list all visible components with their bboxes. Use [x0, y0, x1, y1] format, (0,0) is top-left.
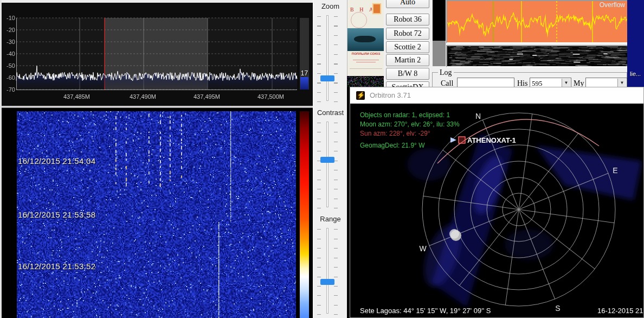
- slider-ticks: [317, 229, 321, 315]
- orbitron-datetime: 16-12-2015 21:54: [597, 307, 643, 315]
- satellite-flame-glyph: ⚡: [357, 92, 365, 99]
- compass-e: E: [613, 166, 617, 175]
- geomag-info: GeomagDecl: 21.9° W: [360, 142, 425, 149]
- qsl-card-image: В Н А ПОПЛЫЛИ СОЮЗ: [347, 0, 384, 76]
- orbitron-app-icon: ⚡: [356, 91, 365, 100]
- mode-button-martin2[interactable]: Martin 2: [386, 54, 429, 66]
- zoom-slider-thumb[interactable]: [320, 75, 334, 81]
- slider-ticks: [317, 16, 321, 102]
- qsl-caption: ПОПЛЫЛИ СОЮЗ: [349, 52, 383, 55]
- freq-axis-label: 437,495M: [194, 93, 220, 100]
- panel-separator: [0, 106, 313, 108]
- window-edge: [0, 0, 2, 318]
- qsl-line: [353, 60, 379, 60]
- contrast-slider-thumb[interactable]: [320, 157, 334, 163]
- waterfall-timestamp: 16/12/2015 21:53:52: [18, 262, 95, 271]
- sdr-slider-panel: Zoom Contrast Range: [313, 0, 347, 318]
- qsl-photo: [347, 28, 384, 51]
- compass-w: W: [419, 244, 427, 253]
- contrast-slider-label: Contrast: [313, 109, 347, 117]
- dropdown-arrow-icon[interactable]: ▼: [562, 79, 570, 87]
- range-slider[interactable]: [326, 228, 329, 314]
- contrast-slider[interactable]: [326, 122, 329, 207]
- freq-axis-label: 437,500M: [257, 93, 284, 100]
- compass-s: S: [555, 304, 560, 313]
- zoom-slider[interactable]: [326, 15, 329, 101]
- window-edge: [0, 0, 313, 3]
- mode-button-scottie2[interactable]: Scottie 2: [386, 41, 429, 53]
- compass-n: N: [475, 112, 481, 120]
- observer-location: Sete Lagoas: 44° 15' 15'' W, 19° 27' 09'…: [360, 307, 491, 315]
- desktop-icon-label[interactable]: lie...: [630, 71, 641, 77]
- freq-axis-label: 437,485M: [63, 93, 90, 100]
- spectrum-display[interactable]: [0, 0, 313, 106]
- db-axis-label: -60: [1, 74, 15, 81]
- mode-button-robot36[interactable]: Robot 36: [386, 14, 429, 26]
- slider-ticks: [334, 123, 338, 208]
- slider-ticks: [317, 123, 321, 208]
- screen: -10 -20 -30 -40 -50 -60 -70 437,485M 437…: [0, 0, 644, 318]
- orbitron-radar-view: N E S W ATHENOXAT-1 Objects on radar: 1,…: [350, 104, 643, 317]
- qsl-postmark: [351, 12, 367, 28]
- orbitron-titlebar[interactable]: ⚡ Orbitron 3.71: [350, 87, 643, 104]
- orbitron-title: Orbitron 3.71: [370, 91, 411, 99]
- waterfall-timestamp: 16/12/2015 21:54:04: [18, 156, 95, 166]
- zoom-slider-label: Zoom: [313, 2, 347, 10]
- mode-button-auto[interactable]: Auto: [386, 0, 429, 8]
- sstv-waterfall: [446, 45, 628, 67]
- sun-info: Sun azm: 228°, elv: -29°: [360, 130, 430, 137]
- mode-button-robot72[interactable]: Robot 72: [386, 28, 429, 40]
- mode-button-bw8[interactable]: B/W 8: [386, 68, 429, 80]
- slider-ticks: [334, 16, 338, 102]
- dropdown-arrow-icon[interactable]: ▼: [617, 79, 626, 87]
- db-axis-label: -70: [1, 86, 15, 93]
- qsl-photo-shape: [354, 36, 376, 42]
- blank-display-strip: [433, 0, 446, 41]
- moon-highlight: [449, 229, 459, 239]
- range-slider-thumb[interactable]: [320, 279, 334, 285]
- db-axis-label: -40: [1, 50, 15, 57]
- freq-axis-label: 437,490M: [130, 93, 156, 100]
- sstv-spectrum-strip: [347, 76, 384, 87]
- db-axis-label: -30: [1, 39, 15, 45]
- log-group-title: Log: [438, 68, 454, 77]
- slider-ticks: [334, 229, 338, 315]
- satellite-name: ATHENOXAT-1: [467, 136, 516, 144]
- gray-display-strip: [433, 41, 446, 66]
- waterfall-intensity-scale: [300, 111, 309, 318]
- waterfall-timestamp: 16/12/2015 21:53:58: [18, 210, 95, 219]
- db-axis-label: -20: [1, 27, 15, 33]
- sstv-waterfall-canvas: [447, 46, 627, 66]
- qsl-line: [350, 68, 382, 69]
- range-slider-label: Range: [313, 215, 347, 223]
- desktop-background: lie...: [627, 0, 644, 87]
- qsl-stamp: [372, 3, 382, 15]
- db-axis-label: -50: [1, 62, 15, 69]
- sdr-panel: -10 -20 -30 -40 -50 -60 -70 437,485M 437…: [0, 0, 313, 318]
- ghost-satellite-image: [407, 133, 642, 307]
- orbitron-window: ⚡ Orbitron 3.71: [350, 87, 644, 318]
- overflow-label: Overflow: [600, 1, 625, 9]
- his-value: 595: [532, 79, 543, 87]
- moon-info: Moon azm: 270°, elv: 26°, ilu: 33%: [360, 120, 460, 128]
- snr-meter-value: 17: [300, 69, 309, 77]
- db-axis-label: -10: [1, 15, 15, 21]
- snr-meter-fill: [300, 77, 308, 90]
- sync-scope: Overflow: [446, 0, 628, 43]
- satellite-marker: [459, 137, 465, 143]
- qsl-line: [356, 62, 376, 62]
- radar-objects-info: Objects on radar: 1, eclipsed: 1: [360, 111, 450, 119]
- snr-meter: 17: [300, 18, 309, 90]
